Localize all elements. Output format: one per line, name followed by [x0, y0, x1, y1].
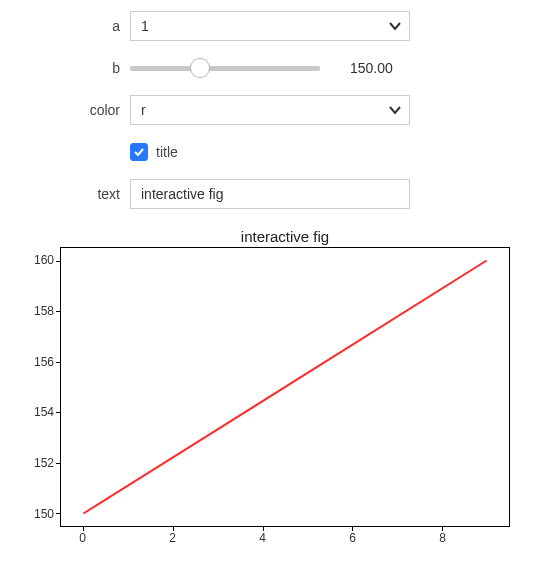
y-axis: 160 158 156 154 152 150: [20, 247, 60, 527]
chart-line: [61, 248, 509, 526]
check-icon: [133, 146, 145, 158]
checkbox-title[interactable]: [130, 143, 148, 161]
row-a: a 1: [80, 10, 530, 42]
ytick-label: 150: [34, 507, 54, 521]
xtick-label: 2: [169, 531, 176, 545]
widgets-panel: a 1 b 150.00 color r title: [80, 10, 530, 210]
ytick-label: 158: [34, 304, 54, 318]
slider-b[interactable]: [130, 66, 320, 71]
slider-track: [130, 66, 320, 71]
row-color: color r: [80, 94, 530, 126]
chart-box: 160 158 156 154 152 150: [20, 247, 510, 527]
dropdown-a-value: 1: [130, 11, 410, 41]
xtick-label: 8: [439, 531, 446, 545]
checkbox-title-label: title: [156, 144, 178, 160]
slider-b-readout: 150.00: [350, 60, 410, 76]
row-b: b 150.00: [80, 52, 530, 84]
chart-title: interactive fig: [60, 228, 510, 245]
svg-line-0: [83, 261, 486, 514]
dropdown-a[interactable]: 1: [130, 11, 410, 41]
dropdown-color-value: r: [130, 95, 410, 125]
label-b: b: [80, 60, 130, 76]
xtick-label: 6: [349, 531, 356, 545]
label-color: color: [80, 102, 130, 118]
ytick-label: 152: [34, 456, 54, 470]
row-text: text interactive fig: [80, 178, 530, 210]
plot-area: [60, 247, 510, 527]
x-axis: 0 2 4 6 8: [60, 527, 510, 549]
slider-thumb[interactable]: [190, 58, 210, 78]
xtick-label: 4: [259, 531, 266, 545]
chart: interactive fig 160 158 156 154 152 150: [20, 228, 510, 549]
text-input[interactable]: interactive fig: [130, 179, 410, 209]
ytick-label: 160: [34, 253, 54, 267]
ytick-label: 156: [34, 355, 54, 369]
ytick-label: 154: [34, 405, 54, 419]
label-text: text: [80, 186, 130, 202]
row-title: title: [80, 136, 530, 168]
label-a: a: [80, 18, 130, 34]
xtick-label: 0: [79, 531, 86, 545]
dropdown-color[interactable]: r: [130, 95, 410, 125]
